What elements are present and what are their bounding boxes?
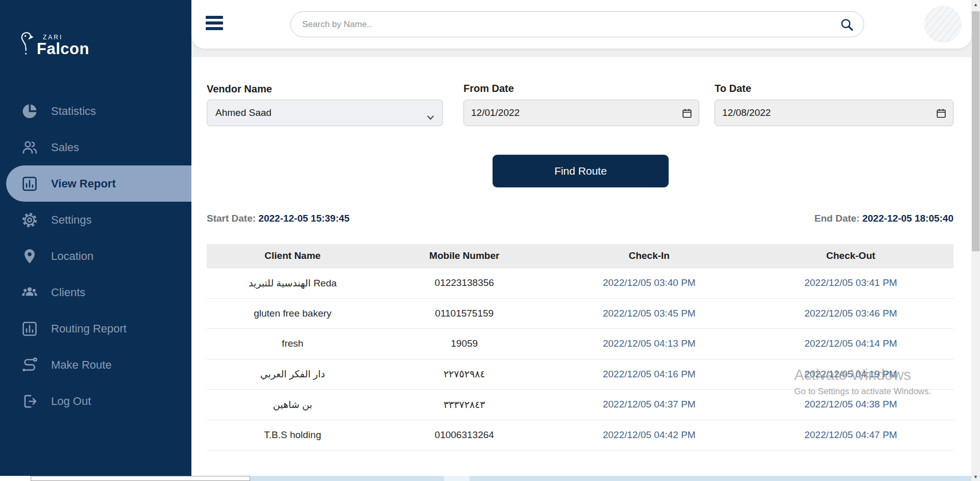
sidebar-item-statistics[interactable]: Statistics [0, 93, 191, 129]
start-date-label: Start Date: [207, 213, 256, 224]
bar-chart-icon [19, 320, 40, 338]
check-in-cell: 2022/12/05 04:13 PM [550, 338, 748, 349]
column-header-client-name: Client Name [207, 250, 378, 261]
routing-table: Client Name Mobile Number Check-In Check… [207, 244, 953, 450]
horizontal-scrollbar-track-highlight [444, 476, 470, 481]
sidebar-item-sales[interactable]: Sales [0, 129, 191, 165]
table-row: دار الفكر العربي ٢٢٧٥٢٩٨٤ 2022/12/05 04:… [207, 359, 953, 390]
logout-icon [19, 393, 40, 410]
route-icon [19, 356, 40, 374]
sidebar-item-view-report[interactable]: View Report [6, 165, 191, 202]
table-row: gluten free bakery 01101575159 2022/12/0… [207, 299, 953, 329]
scroll-down-arrow-icon[interactable]: ▼ [971, 472, 980, 481]
report-content: Vendor Name From Date To Date Ahmed Saad… [191, 57, 971, 476]
client-name-cell: الهندسية للتبريد Reda [207, 277, 378, 289]
end-date-label: End Date: [815, 213, 860, 224]
from-date-label: From Date [463, 83, 514, 94]
check-in-cell: 2022/12/05 03:45 PM [550, 308, 748, 319]
map-pin-icon [19, 248, 40, 265]
from-date-input[interactable]: 12/01/2022 [463, 100, 699, 126]
brand-text: ZARI Falcon [37, 31, 89, 58]
mobile-number-cell: 19059 [378, 338, 550, 349]
client-name-cell: T.B.S holding [207, 429, 378, 441]
sidebar-item-label: Log Out [51, 395, 91, 408]
chevron-down-icon [427, 111, 434, 123]
client-name-cell: بن شاهين [207, 399, 378, 411]
mobile-number-cell: ٣٣٣٧٢٨٤٣ [378, 399, 550, 411]
sidebar-item-label: Make Route [51, 358, 112, 372]
main-area: Vendor Name From Date To Date Ahmed Saad… [191, 0, 971, 476]
client-name-cell: دار الفكر العربي [207, 368, 378, 380]
horizontal-scrollbar-thumb[interactable] [31, 476, 250, 481]
mobile-number-cell: 01101575159 [378, 308, 550, 319]
sidebar-item-log-out[interactable]: Log Out [0, 383, 191, 419]
end-date-summary: End Date: 2022-12-05 18:05:40 [815, 213, 954, 224]
check-out-cell: 2022/12/05 04:14 PM [748, 338, 953, 349]
client-name-cell: gluten free bakery [207, 308, 378, 319]
check-in-cell: 2022/12/05 04:37 PM [550, 399, 748, 410]
check-out-cell: 2022/12/05 03:46 PM [748, 308, 953, 319]
end-date-value: 2022-12-05 18:05:40 [862, 213, 953, 224]
search-icon[interactable] [839, 17, 854, 34]
sidebar-item-routing-report[interactable]: Routing Report [0, 310, 191, 347]
check-out-cell: 2022/12/05 04:19 PM [748, 369, 953, 380]
bar-chart-icon [19, 175, 40, 193]
sidebar-nav: Statistics Sales View Report [0, 93, 191, 419]
mobile-number-cell: 01006313264 [378, 429, 550, 441]
check-in-cell: 2022/12/05 04:42 PM [550, 429, 748, 441]
vendor-name-label: Vendor Name [207, 83, 272, 95]
sidebar-item-label: Location [51, 250, 93, 263]
check-out-cell: 2022/12/05 04:38 PM [748, 399, 953, 410]
table-row: بن شاهين ٣٣٣٧٢٨٤٣ 2022/12/05 04:37 PM 20… [207, 390, 953, 420]
vertical-scrollbar[interactable]: ▲ ▼ [971, 0, 980, 481]
sidebar-item-settings[interactable]: Settings [0, 202, 191, 238]
scroll-up-arrow-icon[interactable]: ▲ [971, 0, 980, 9]
people-icon [19, 139, 40, 156]
table-row: T.B.S holding 01006313264 2022/12/05 04:… [207, 420, 953, 451]
vendor-select-value: Ahmed Saad [215, 107, 272, 118]
vertical-scrollbar-thumb[interactable] [972, 11, 979, 251]
to-date-label: To Date [715, 83, 751, 94]
horizontal-scrollbar-track[interactable] [250, 476, 971, 481]
sidebar-item-label: View Report [51, 177, 116, 190]
from-date-value: 12/01/2022 [471, 107, 520, 118]
sidebar-item-label: Sales [51, 141, 79, 154]
sidebar-item-location[interactable]: Location [0, 238, 191, 274]
sidebar-item-make-route[interactable]: Make Route [0, 347, 191, 383]
top-bar [191, 0, 971, 49]
sidebar-item-label: Statistics [51, 105, 96, 118]
check-out-cell: 2022/12/05 04:47 PM [748, 429, 953, 441]
start-date-summary: Start Date: 2022-12-05 15:39:45 [207, 213, 350, 224]
column-header-check-in: Check-In [550, 250, 748, 261]
brand-name: Falcon [37, 40, 89, 58]
mobile-number-cell: ٢٢٧٥٢٩٨٤ [378, 368, 550, 380]
sidebar-item-clients[interactable]: Clients [0, 274, 191, 310]
sidebar-item-label: Settings [51, 213, 92, 227]
to-date-input[interactable]: 12/08/2022 [715, 100, 953, 126]
mobile-number-cell: 01223138356 [378, 277, 550, 288]
brand-logo: ZARI Falcon [19, 31, 89, 58]
start-date-value: 2022-12-05 15:39:45 [258, 213, 350, 224]
hamburger-menu-icon[interactable] [206, 16, 223, 30]
calendar-icon[interactable] [936, 108, 947, 122]
horizontal-scrollbar[interactable] [0, 476, 971, 481]
avatar[interactable] [924, 6, 962, 43]
calendar-icon[interactable] [681, 108, 693, 122]
falcon-bird-icon [19, 31, 35, 58]
pie-chart-icon [19, 103, 40, 120]
sidebar: ZARI Falcon Statistics Sa [0, 0, 191, 476]
check-in-cell: 2022/12/05 04:16 PM [550, 369, 748, 380]
check-out-cell: 2022/12/05 03:41 PM [748, 277, 953, 288]
table-row: fresh 19059 2022/12/05 04:13 PM 2022/12/… [207, 329, 953, 359]
gear-icon [19, 211, 40, 229]
group-icon [19, 284, 40, 301]
find-route-button[interactable]: Find Route [493, 155, 669, 187]
search-input[interactable] [291, 19, 864, 30]
search-bar [290, 11, 864, 37]
table-header-row: Client Name Mobile Number Check-In Check… [207, 244, 953, 268]
table-row: الهندسية للتبريد Reda 01223138356 2022/1… [207, 268, 953, 299]
column-header-check-out: Check-Out [748, 250, 953, 261]
column-header-mobile-number: Mobile Number [378, 250, 550, 261]
vendor-select[interactable]: Ahmed Saad [207, 100, 443, 126]
to-date-value: 12/08/2022 [722, 107, 771, 118]
